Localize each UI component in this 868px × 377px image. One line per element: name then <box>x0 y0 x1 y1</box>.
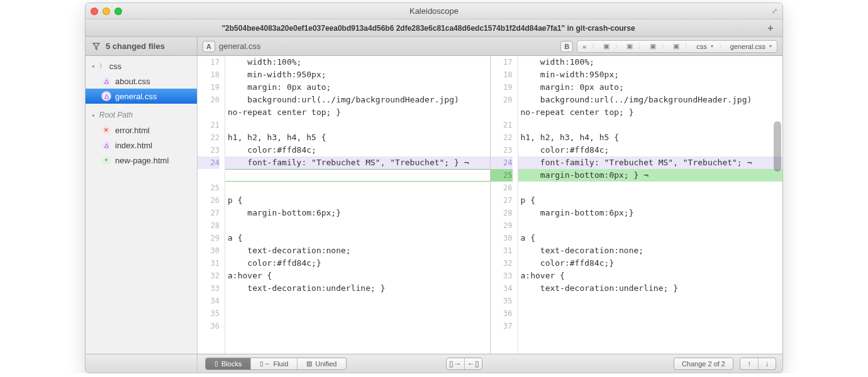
code-a[interactable]: width:100%; min-width:950px; margin: 0px… <box>225 56 490 354</box>
window-title: Kaleidoscope <box>86 6 782 16</box>
sidebar-item-general[interactable]: △ general.css <box>86 89 197 104</box>
scrollbar-thumb[interactable] <box>774 121 781 172</box>
change-indicator[interactable]: Change 2 of 2 <box>674 358 733 370</box>
sidebar-item-newpage[interactable]: + new-page.html <box>86 153 197 168</box>
breadcrumb-sep-icon: 〉 <box>718 41 725 51</box>
filter-icon[interactable] <box>92 42 101 51</box>
breadcrumb-sep-icon: 〉 <box>615 41 621 51</box>
sidebar[interactable]: ● 〉 css △ about.css △ general.css ● Root… <box>86 56 198 354</box>
copy-right-button[interactable]: ▯→ <box>447 358 464 369</box>
added-icon: + <box>102 156 111 165</box>
pane-b-badge[interactable]: B <box>560 41 573 52</box>
code-b[interactable]: width:100%; min-width:950px; margin: 0px… <box>518 56 783 354</box>
pane-b[interactable]: 1718192021222324252627282930313233343536… <box>490 56 783 354</box>
folder-icon[interactable]: ▣ <box>668 42 684 50</box>
prev-change-button[interactable]: ↑ <box>740 358 758 369</box>
view-mode-segmented: ▯Blocks ▯→Fluid ▨Unified <box>205 358 347 370</box>
tree-section-css[interactable]: ● 〉 css <box>86 58 197 74</box>
blocks-icon: ▯ <box>214 360 218 367</box>
breadcrumb-more[interactable]: » <box>577 43 591 50</box>
modified-icon: △ <box>102 141 111 150</box>
fluid-icon: ▯→ <box>260 360 270 367</box>
breadcrumb-folder-css[interactable]: css▾ <box>691 43 718 50</box>
view-unified-button[interactable]: ▨Unified <box>298 358 345 369</box>
tabbar: "2b504bee4083a20e0ef1e037eea0bd913a4d56b… <box>86 19 782 37</box>
disclosure-icon[interactable]: 〉 <box>99 62 105 70</box>
next-change-button[interactable]: ↓ <box>758 358 776 369</box>
app-window: Kaleidoscope ⤢ "2b504bee4083a20e0ef1e037… <box>85 3 783 373</box>
file-a-label: general.css <box>219 41 260 51</box>
tree-section-root[interactable]: ● Root Path <box>86 107 197 123</box>
gutter-a: 1718192021222324252627282930313233343536 <box>198 56 225 354</box>
breadcrumb-file[interactable]: general.css▾ <box>725 43 777 50</box>
folder-icon[interactable]: ▣ <box>645 42 661 50</box>
main: ● 〉 css △ about.css △ general.css ● Root… <box>86 56 782 354</box>
tab-title[interactable]: "2b504bee4083a20e0ef1e037eea0bd913a4d56b… <box>92 24 765 33</box>
pane-a-badge[interactable]: A <box>203 41 215 52</box>
merge-buttons: ▯→ ←▯ <box>446 358 482 370</box>
diff-panes: 1718192021222324252627282930313233343536… <box>198 56 782 354</box>
section-label: css <box>109 62 191 71</box>
sidebar-item-about[interactable]: △ about.css <box>86 74 197 89</box>
breadcrumb[interactable]: » 〉 ▣ 〉 ▣ 〉 ▣ 〉 ▣ 〉 css▾ 〉 general.css▾ <box>577 40 777 53</box>
view-blocks-button[interactable]: ▯Blocks <box>206 358 251 369</box>
changed-files-label: 5 changed files <box>106 41 165 51</box>
sidebar-item-index[interactable]: △ index.html <box>86 138 197 153</box>
toolbar-right: A general.css B » 〉 ▣ 〉 ▣ 〉 ▣ 〉 ▣ 〉 css▾… <box>198 40 782 53</box>
gutter-b: 1718192021222324252627282930313233343536… <box>491 56 518 354</box>
folder-icon[interactable]: ▣ <box>621 42 638 50</box>
caret-down-icon: ▾ <box>711 43 713 49</box>
status-right: Change 2 of 2 ↑ ↓ <box>674 358 776 370</box>
sidebar-footer <box>92 354 198 373</box>
folder-icon[interactable]: ▣ <box>598 42 615 50</box>
breadcrumb-sep-icon: 〉 <box>661 41 668 51</box>
breadcrumb-sep-icon: 〉 <box>638 41 645 51</box>
modified-icon: △ <box>102 92 111 101</box>
toolbar: 5 changed files A general.css B » 〉 ▣ 〉 … <box>86 37 782 56</box>
add-tab-button[interactable]: + <box>765 23 776 34</box>
view-fluid-button[interactable]: ▯→Fluid <box>251 358 298 369</box>
unified-icon: ▨ <box>306 360 312 367</box>
pane-a[interactable]: 1718192021222324252627282930313233343536… <box>198 56 490 354</box>
deleted-icon: ✕ <box>102 126 111 134</box>
statusbar: ▯Blocks ▯→Fluid ▨Unified ▯→ ←▯ Change 2 … <box>86 354 782 373</box>
caret-down-icon: ▾ <box>769 43 772 49</box>
sidebar-header: 5 changed files <box>86 37 198 55</box>
bullet-icon: ● <box>92 63 95 69</box>
breadcrumb-sep-icon: 〉 <box>591 41 598 51</box>
copy-left-button[interactable]: ←▯ <box>464 358 482 369</box>
modified-icon: △ <box>102 77 111 85</box>
breadcrumb-sep-icon: 〉 <box>684 41 691 51</box>
titlebar[interactable]: Kaleidoscope ⤢ <box>86 3 782 19</box>
sidebar-item-error[interactable]: ✕ error.html <box>86 123 197 138</box>
bullet-icon: ● <box>92 112 95 118</box>
